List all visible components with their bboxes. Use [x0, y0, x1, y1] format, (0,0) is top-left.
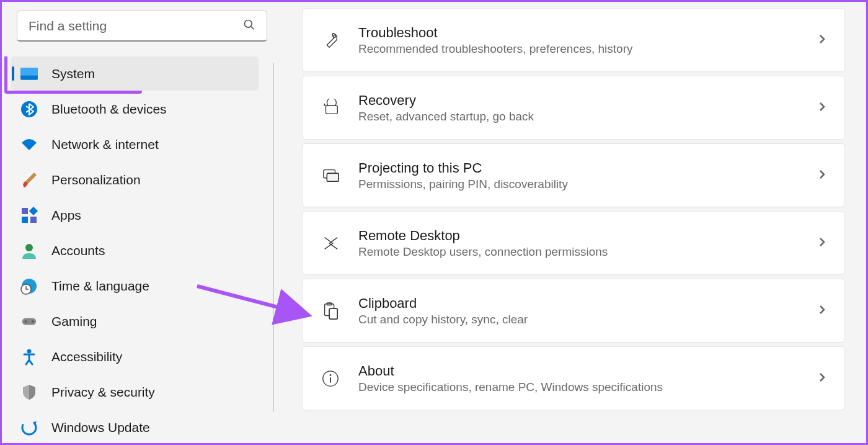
- sidebar-item-network[interactable]: Network & internet: [11, 127, 259, 161]
- card-desc: Device specifications, rename PC, Window…: [358, 380, 817, 394]
- wrench-icon: [320, 30, 341, 51]
- sidebar-item-personalization[interactable]: Personalization: [11, 163, 259, 197]
- card-desc: Remote Desktop users, connection permiss…: [358, 245, 817, 259]
- card-projecting[interactable]: Projecting to this PC Permissions, pairi…: [302, 143, 845, 207]
- search-icon: [243, 19, 255, 34]
- svg-rect-5: [22, 208, 28, 214]
- sidebar-item-label: Gaming: [51, 314, 97, 329]
- sidebar-item-label: Windows Update: [51, 420, 150, 435]
- person-icon: [20, 242, 38, 259]
- svg-rect-18: [326, 106, 338, 114]
- project-icon: [320, 165, 341, 186]
- svg-point-13: [25, 320, 27, 323]
- wifi-icon: [20, 136, 38, 153]
- svg-point-17: [334, 35, 336, 37]
- chevron-right-icon: [817, 237, 827, 249]
- card-title: Remote Desktop: [358, 228, 817, 244]
- card-title: About: [358, 363, 817, 379]
- chevron-right-icon: [817, 34, 827, 47]
- sidebar-item-system[interactable]: System: [11, 56, 259, 91]
- sidebar-item-label: Bluetooth & devices: [51, 102, 167, 117]
- card-remote-desktop[interactable]: Remote Desktop Remote Desktop users, con…: [302, 211, 845, 275]
- card-title: Projecting to this PC: [358, 160, 817, 176]
- accessibility-icon: [20, 348, 38, 366]
- card-troubleshoot[interactable]: Troubleshoot Recommended troubleshooters…: [302, 8, 845, 72]
- bluetooth-icon: [20, 101, 38, 118]
- sidebar-item-windows-update[interactable]: Windows Update: [11, 410, 259, 443]
- sidebar-item-label: Time & language: [51, 279, 149, 294]
- shield-icon: [20, 384, 38, 401]
- svg-rect-24: [329, 308, 337, 319]
- search-placeholder: Find a setting: [29, 19, 107, 34]
- sidebar-item-accessibility[interactable]: Accessibility: [11, 339, 259, 374]
- card-desc: Reset, advanced startup, go back: [358, 110, 817, 124]
- chevron-right-icon: [817, 169, 827, 182]
- svg-point-0: [245, 20, 252, 27]
- svg-rect-20: [327, 173, 339, 181]
- svg-rect-8: [30, 217, 37, 223]
- svg-line-1: [251, 26, 254, 29]
- search-input[interactable]: Find a setting: [17, 11, 267, 42]
- sidebar-item-label: System: [51, 66, 95, 81]
- svg-rect-12: [22, 318, 36, 325]
- apps-icon: [20, 207, 38, 224]
- svg-point-14: [32, 320, 34, 323]
- sidebar-item-label: Personalization: [51, 173, 141, 187]
- sidebar-item-label: Accounts: [51, 243, 105, 258]
- svg-point-28: [330, 374, 332, 375]
- sidebar-item-label: Apps: [51, 208, 81, 223]
- svg-point-15: [27, 349, 32, 353]
- sidebar-item-bluetooth[interactable]: Bluetooth & devices: [11, 92, 259, 126]
- settings-window: Find a setting System Bluetooth & device…: [2, 2, 866, 443]
- sidebar-item-time-language[interactable]: Time & language: [11, 269, 259, 303]
- sidebar-item-apps[interactable]: Apps: [11, 198, 259, 232]
- card-title: Troubleshoot: [358, 25, 817, 41]
- sidebar-item-privacy[interactable]: Privacy & security: [11, 375, 259, 409]
- brush-icon: [20, 171, 38, 189]
- info-icon: [320, 368, 341, 389]
- card-recovery[interactable]: Recovery Reset, advanced startup, go bac…: [302, 76, 845, 140]
- sidebar: Find a setting System Bluetooth & device…: [4, 4, 275, 443]
- clock-globe-icon: [20, 277, 38, 295]
- card-desc: Permissions, pairing PIN, discoverabilit…: [358, 178, 817, 191]
- svg-rect-3: [20, 68, 38, 75]
- chevron-right-icon: [817, 372, 827, 385]
- svg-rect-7: [22, 217, 28, 223]
- system-icon: [20, 65, 38, 83]
- card-title: Recovery: [358, 92, 817, 109]
- scrollbar[interactable]: [273, 63, 273, 412]
- chevron-right-icon: [817, 102, 827, 114]
- gamepad-icon: [20, 313, 38, 330]
- chevron-right-icon: [817, 305, 827, 317]
- sidebar-item-label: Accessibility: [51, 349, 122, 364]
- main-panel: Troubleshoot Recommended troubleshooters…: [275, 4, 864, 443]
- nav-list: System Bluetooth & devices Network & int…: [4, 56, 275, 443]
- card-clipboard[interactable]: Clipboard Cut and copy history, sync, cl…: [302, 279, 845, 343]
- svg-rect-6: [29, 207, 38, 215]
- sidebar-item-accounts[interactable]: Accounts: [11, 233, 259, 267]
- card-desc: Recommended troubleshooters, preferences…: [358, 42, 817, 56]
- remote-icon: [320, 233, 341, 254]
- sidebar-item-label: Privacy & security: [51, 385, 155, 400]
- recovery-icon: [320, 97, 341, 119]
- update-icon: [20, 419, 38, 436]
- sidebar-item-gaming[interactable]: Gaming: [11, 304, 259, 338]
- sidebar-item-label: Network & internet: [51, 137, 159, 152]
- card-about[interactable]: About Device specifications, rename PC, …: [302, 346, 845, 410]
- svg-point-9: [25, 244, 33, 251]
- card-desc: Cut and copy history, sync, clear: [358, 313, 817, 326]
- card-title: Clipboard: [358, 295, 817, 312]
- clipboard-icon: [320, 300, 341, 321]
